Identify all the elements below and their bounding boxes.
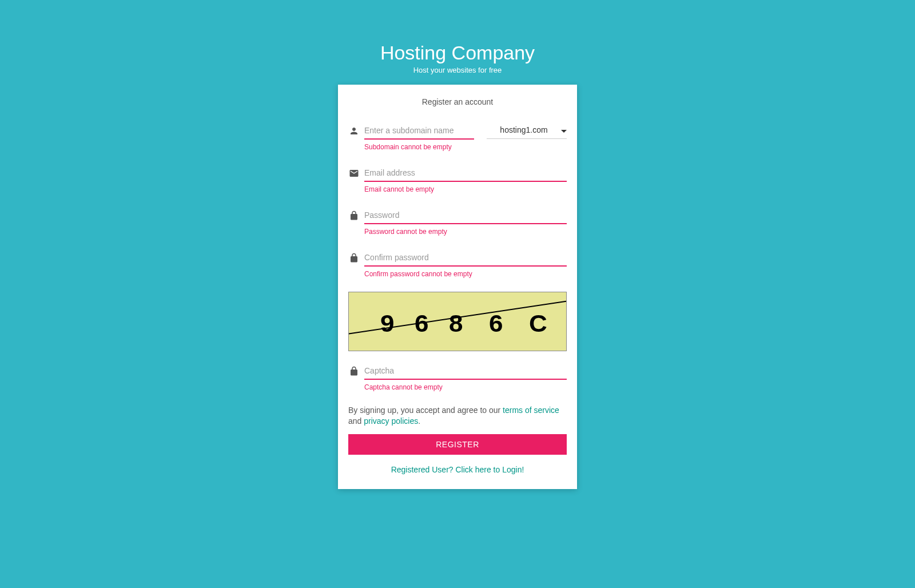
lock-icon xyxy=(348,210,360,221)
legal-and: and xyxy=(348,416,364,426)
domain-select-wrap: hosting1.com xyxy=(487,122,567,139)
register-button[interactable]: REGISTER xyxy=(348,434,567,455)
page-title: Hosting Company xyxy=(380,41,535,65)
confirm-input[interactable] xyxy=(364,249,567,267)
password-field-wrap: Password cannot be empty xyxy=(364,207,567,236)
svg-text:8: 8 xyxy=(449,309,463,337)
captcha-error: Captcha cannot be empty xyxy=(364,383,567,391)
email-field-wrap: Email cannot be empty xyxy=(364,165,567,193)
confirm-error: Confirm password cannot be empty xyxy=(364,270,567,278)
email-input[interactable] xyxy=(364,165,567,182)
person-icon xyxy=(348,126,360,136)
captcha-row: Captcha cannot be empty xyxy=(348,363,567,391)
email-icon xyxy=(348,168,360,178)
chevron-down-icon xyxy=(561,125,567,135)
lock-icon xyxy=(348,366,360,376)
legal-text: By signing up, you accept and agree to o… xyxy=(348,405,567,427)
domain-select-value: hosting1.com xyxy=(487,125,561,134)
subdomain-field-wrap: Subdomain cannot be empty xyxy=(364,122,474,151)
confirm-field-wrap: Confirm password cannot be empty xyxy=(364,249,567,278)
password-input[interactable] xyxy=(364,207,567,224)
svg-text:6: 6 xyxy=(415,309,428,337)
captcha-input[interactable] xyxy=(364,363,567,380)
password-row: Password cannot be empty xyxy=(348,207,567,236)
page-subtitle: Host your websites for free xyxy=(380,66,535,74)
legal-suffix: . xyxy=(418,416,420,426)
lock-icon xyxy=(348,253,360,263)
svg-text:6: 6 xyxy=(489,309,503,337)
subdomain-row: Subdomain cannot be empty hosting1.com xyxy=(348,122,567,151)
card-title: Register an account xyxy=(348,97,567,106)
captcha-field-wrap: Captcha cannot be empty xyxy=(364,363,567,391)
confirm-row: Confirm password cannot be empty xyxy=(348,249,567,278)
subdomain-error: Subdomain cannot be empty xyxy=(364,143,474,151)
register-card: Register an account Subdomain cannot be … xyxy=(338,85,577,489)
domain-select[interactable]: hosting1.com xyxy=(487,122,567,139)
password-error: Password cannot be empty xyxy=(364,228,567,236)
page-header: Hosting Company Host your websites for f… xyxy=(380,41,535,74)
svg-text:9: 9 xyxy=(380,309,394,337)
privacy-link[interactable]: privacy policies xyxy=(364,416,418,426)
email-error: Email cannot be empty xyxy=(364,185,567,193)
tos-link[interactable]: terms of service xyxy=(503,406,559,415)
email-row: Email cannot be empty xyxy=(348,165,567,193)
svg-text:C: C xyxy=(529,309,547,337)
subdomain-input[interactable] xyxy=(364,122,474,140)
login-link[interactable]: Registered User? Click here to Login! xyxy=(348,465,567,474)
captcha-image: 9 6 8 6 C xyxy=(348,292,567,351)
legal-prefix: By signing up, you accept and agree to o… xyxy=(348,406,503,415)
